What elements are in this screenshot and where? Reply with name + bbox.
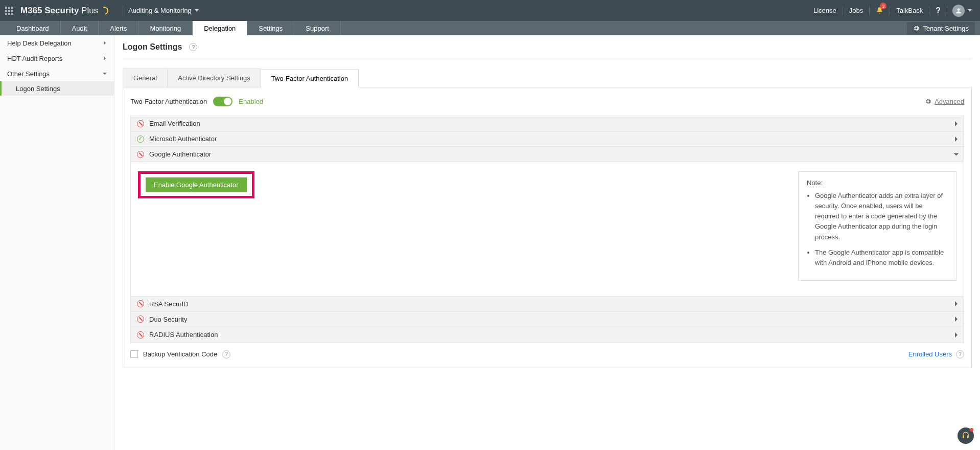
- help-icon[interactable]: ?: [222, 350, 230, 358]
- tab-settings[interactable]: Settings: [247, 21, 294, 35]
- tab-audit[interactable]: Audit: [61, 21, 99, 35]
- inner-tab-general[interactable]: General: [123, 69, 168, 87]
- inner-tab-two-factor-authentication[interactable]: Two-Factor Authentication: [261, 69, 359, 87]
- inner-tabs: GeneralActive Directory SettingsTwo-Fact…: [123, 69, 972, 87]
- product-logo: M365 Security Plus: [20, 6, 108, 16]
- auth-method-label: Google Authenticator: [149, 150, 211, 158]
- tfa-toggle[interactable]: [213, 97, 232, 106]
- tenant-settings-label: Tenant Settings: [923, 25, 969, 32]
- backup-checkbox[interactable]: [130, 350, 138, 358]
- auth-method-rsa-securid[interactable]: RSA SecurID: [131, 297, 964, 312]
- svg-point-0: [958, 8, 960, 11]
- talkback-link[interactable]: TalkBack: [891, 0, 928, 21]
- apps-grid-icon[interactable]: [5, 7, 13, 15]
- tfa-panel: Two-Factor Authentication Enabled Advanc…: [123, 87, 972, 368]
- chevron-right-icon: [955, 121, 958, 126]
- disabled-circle-icon: [137, 300, 144, 307]
- backup-label: Backup Verification Code: [143, 350, 217, 358]
- advanced-label: Advanced: [935, 98, 964, 105]
- auth-method-duo-security[interactable]: Duo Security: [131, 312, 964, 327]
- headset-icon: [961, 431, 970, 440]
- tab-support[interactable]: Support: [294, 21, 341, 35]
- chevron-down-icon: [195, 9, 199, 12]
- main-content: Logon Settings ? GeneralActive Directory…: [114, 35, 980, 450]
- module-label: Auditing & Monitoring: [128, 7, 192, 14]
- auth-methods-list: Email VerificationMicrosoft Authenticato…: [130, 116, 964, 343]
- gear-icon: [913, 25, 920, 32]
- jobs-link[interactable]: Jobs: [844, 0, 868, 21]
- chevron-right-icon: [955, 137, 958, 142]
- sidebar-item-hdt-audit-reports[interactable]: HDT Audit Reports: [0, 51, 114, 66]
- chat-button[interactable]: [958, 428, 974, 444]
- disabled-circle-icon: [137, 151, 144, 158]
- logo-text-1: M365: [20, 6, 42, 16]
- module-dropdown[interactable]: Auditing & Monitoring: [128, 7, 199, 14]
- enable-google-authenticator-button[interactable]: Enable Google Authenticator: [146, 177, 247, 192]
- tab-monitoring[interactable]: Monitoring: [138, 21, 193, 35]
- tab-delegation[interactable]: Delegation: [193, 21, 247, 35]
- auth-method-label: Duo Security: [149, 316, 187, 323]
- sidebar-item-label: Other Settings: [7, 70, 50, 78]
- auth-method-radius-authentication[interactable]: RADIUS Authentication: [131, 327, 964, 343]
- enrolled-users-link[interactable]: Enrolled Users: [908, 350, 952, 358]
- note-item: The Google Authenticator app is compatib…: [815, 248, 948, 268]
- chevron-right-icon: [104, 41, 106, 45]
- page-title-row: Logon Settings ?: [123, 35, 972, 59]
- logo-arc-icon: [99, 5, 110, 16]
- notifications-button[interactable]: 3: [871, 0, 889, 21]
- tenant-settings-button[interactable]: Tenant Settings: [907, 22, 975, 35]
- auth-method-label: RADIUS Authentication: [149, 331, 218, 339]
- help-icon[interactable]: ?: [956, 350, 964, 358]
- disabled-circle-icon: [137, 120, 144, 127]
- logo-text-3: Plus: [81, 6, 98, 16]
- divider: [843, 6, 843, 15]
- logo-text-2: Security: [44, 6, 79, 16]
- divider: [123, 5, 123, 16]
- chevron-right-icon: [955, 317, 958, 322]
- sidebar-item-help-desk-delegation[interactable]: Help Desk Delegation: [0, 35, 114, 51]
- note-title: Note:: [807, 179, 948, 187]
- auth-method-label: Microsoft Authenticator: [149, 135, 217, 143]
- tab-alerts[interactable]: Alerts: [99, 21, 138, 35]
- divider: [869, 6, 870, 15]
- chevron-right-icon: [955, 301, 958, 306]
- divider: [947, 6, 947, 15]
- tfa-toggle-row: Two-Factor Authentication Enabled Advanc…: [130, 97, 964, 106]
- auth-method-email-verification[interactable]: Email Verification: [131, 116, 964, 131]
- sidebar-item-other-settings[interactable]: Other Settings: [0, 66, 114, 81]
- panel-footer: Backup Verification Code ? Enrolled User…: [130, 350, 964, 358]
- sidebar-item-label: HDT Audit Reports: [7, 55, 62, 62]
- chevron-down-icon: [968, 9, 972, 12]
- page-title: Logon Settings: [123, 42, 182, 52]
- top-header: M365 Security Plus Auditing & Monitoring…: [0, 0, 980, 21]
- user-icon: [955, 7, 962, 14]
- help-icon[interactable]: ?: [189, 43, 197, 51]
- auth-method-body: Enable Google AuthenticatorNote:Google A…: [131, 162, 964, 297]
- chevron-down-icon: [954, 153, 959, 155]
- user-avatar[interactable]: [952, 5, 965, 17]
- divider: [890, 6, 890, 15]
- inner-tab-active-directory-settings[interactable]: Active Directory Settings: [167, 69, 261, 87]
- gear-icon: [925, 98, 931, 105]
- note-item: Google Authenticator adds an extra layer…: [815, 191, 948, 242]
- advanced-link[interactable]: Advanced: [925, 98, 964, 105]
- note-box: Note:Google Authenticator adds an extra …: [798, 171, 956, 281]
- sidebar-item-label: Help Desk Delegation: [7, 39, 72, 47]
- check-circle-icon: [137, 136, 144, 143]
- tfa-status: Enabled: [239, 98, 263, 105]
- status-dot-icon: [970, 428, 973, 432]
- chevron-right-icon: [104, 56, 106, 60]
- sidebar: Help Desk DelegationHDT Audit ReportsOth…: [0, 35, 114, 450]
- divider: [929, 6, 929, 15]
- auth-method-label: RSA SecurID: [149, 300, 189, 308]
- help-button[interactable]: ?: [930, 0, 946, 21]
- tab-dashboard[interactable]: Dashboard: [5, 21, 61, 35]
- auth-method-google-authenticator[interactable]: Google Authenticator: [131, 147, 964, 162]
- license-link[interactable]: License: [808, 0, 842, 21]
- auth-method-microsoft-authenticator[interactable]: Microsoft Authenticator: [131, 131, 964, 147]
- highlight-box: Enable Google Authenticator: [138, 171, 254, 198]
- sidebar-item-logon-settings[interactable]: Logon Settings: [0, 81, 114, 96]
- main-tabs: DashboardAuditAlertsMonitoringDelegation…: [0, 21, 980, 35]
- chevron-right-icon: [955, 332, 958, 338]
- disabled-circle-icon: [137, 316, 144, 323]
